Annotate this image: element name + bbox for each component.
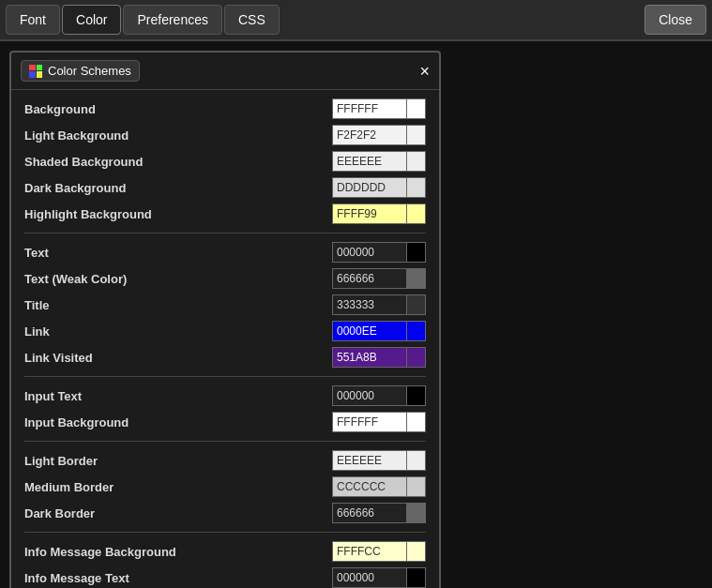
color-row-label: Background xyxy=(24,102,96,116)
color-input-wrapper xyxy=(332,177,426,198)
color-row-label: Dark Background xyxy=(24,181,126,195)
color-row-label: Text xyxy=(24,246,49,260)
font-tab-button[interactable]: Font xyxy=(6,5,60,35)
color-swatch[interactable] xyxy=(407,294,426,315)
color-swatch[interactable] xyxy=(407,541,426,562)
color-swatch[interactable] xyxy=(407,385,426,406)
color-input[interactable] xyxy=(332,151,407,172)
color-input-wrapper xyxy=(332,476,426,497)
color-swatch[interactable] xyxy=(407,503,426,523)
color-input-wrapper xyxy=(332,151,426,172)
color-row-label: Input Background xyxy=(24,415,129,430)
color-row: Link xyxy=(24,318,426,344)
color-rows-container: BackgroundLight BackgroundShaded Backgro… xyxy=(11,90,439,588)
color-row-label: Shaded Background xyxy=(24,155,143,169)
color-input-wrapper xyxy=(332,321,426,341)
dialog-close-button[interactable]: × xyxy=(419,63,430,80)
color-swatch[interactable] xyxy=(407,125,426,145)
dialog-header: Color Schemes × xyxy=(11,53,439,90)
color-input[interactable] xyxy=(332,98,407,119)
color-row: Title xyxy=(24,292,426,318)
color-swatch[interactable] xyxy=(407,268,426,289)
color-row-label: Highlight Background xyxy=(24,207,152,221)
grid-cell-2 xyxy=(37,65,43,71)
color-input[interactable] xyxy=(332,177,407,198)
color-input[interactable] xyxy=(332,204,407,224)
color-input-wrapper xyxy=(332,412,426,432)
color-swatch[interactable] xyxy=(407,204,426,224)
close-button[interactable]: Close xyxy=(644,5,706,35)
color-row: Shaded Background xyxy=(24,148,426,174)
color-input[interactable] xyxy=(332,347,407,368)
main-content: Color Schemes × BackgroundLight Backgrou… xyxy=(0,41,712,588)
color-row: Input Background xyxy=(24,409,426,435)
color-input-wrapper xyxy=(332,294,426,315)
color-input[interactable] xyxy=(332,541,407,562)
color-swatch[interactable] xyxy=(407,98,426,119)
color-row: Dark Background xyxy=(24,174,426,201)
color-row-label: Light Border xyxy=(24,454,98,468)
color-input[interactable] xyxy=(332,125,407,145)
color-input[interactable] xyxy=(332,268,407,289)
color-input-wrapper xyxy=(332,347,426,368)
color-input[interactable] xyxy=(332,476,407,497)
color-input-wrapper xyxy=(332,385,426,406)
grid-cell-3 xyxy=(29,71,36,78)
color-input-wrapper xyxy=(332,503,426,523)
color-input[interactable] xyxy=(332,294,407,315)
color-row: Medium Border xyxy=(24,474,426,500)
color-row-label: Link xyxy=(24,324,50,339)
color-input[interactable] xyxy=(332,321,407,341)
color-input[interactable] xyxy=(332,242,407,263)
color-row-label: Light Background xyxy=(24,128,129,143)
color-input-wrapper xyxy=(332,98,426,119)
color-schemes-dialog: Color Schemes × BackgroundLight Backgrou… xyxy=(9,51,441,588)
color-row: Highlight Background xyxy=(24,201,426,227)
color-grid-icon xyxy=(29,65,42,78)
color-input-wrapper xyxy=(332,450,426,471)
section-divider xyxy=(24,441,426,442)
color-swatch[interactable] xyxy=(407,177,426,198)
color-swatch[interactable] xyxy=(407,476,426,497)
color-row-label: Dark Border xyxy=(24,506,95,520)
dialog-title: Color Schemes xyxy=(48,64,131,78)
color-row: Info Message Text xyxy=(24,565,426,588)
color-swatch[interactable] xyxy=(407,347,426,368)
color-row-label: Title xyxy=(24,298,50,312)
dialog-title-badge: Color Schemes xyxy=(21,60,140,82)
css-tab-button[interactable]: CSS xyxy=(224,5,280,35)
color-input[interactable] xyxy=(332,385,407,406)
color-input[interactable] xyxy=(332,503,407,523)
color-input-wrapper xyxy=(332,204,426,224)
color-row: Light Background xyxy=(24,122,426,148)
color-tab-button[interactable]: Color xyxy=(62,5,121,35)
preferences-tab-button[interactable]: Preferences xyxy=(123,5,221,35)
color-swatch[interactable] xyxy=(407,450,426,471)
color-swatch[interactable] xyxy=(407,567,426,588)
color-input[interactable] xyxy=(332,450,407,471)
color-row: Light Border xyxy=(24,447,426,474)
color-swatch[interactable] xyxy=(407,412,426,432)
color-swatch[interactable] xyxy=(407,151,426,172)
color-row: Background xyxy=(24,96,426,122)
color-input-wrapper xyxy=(332,125,426,145)
color-row: Info Message Background xyxy=(24,538,426,565)
color-row: Text xyxy=(24,239,426,265)
color-row-label: Info Message Text xyxy=(24,571,129,585)
color-input-wrapper xyxy=(332,242,426,263)
color-input-wrapper xyxy=(332,268,426,289)
color-swatch[interactable] xyxy=(407,321,426,341)
color-input-wrapper xyxy=(332,567,426,588)
color-input[interactable] xyxy=(332,567,407,588)
color-input[interactable] xyxy=(332,412,407,432)
grid-cell-4 xyxy=(37,71,43,78)
color-input-wrapper xyxy=(332,541,426,562)
color-swatch[interactable] xyxy=(407,242,426,263)
color-row: Input Text xyxy=(24,383,426,409)
grid-cell-1 xyxy=(29,65,36,71)
color-row-label: Medium Border xyxy=(24,480,114,494)
color-row: Dark Border xyxy=(24,500,426,526)
toolbar: Font Color Preferences CSS Close xyxy=(0,0,712,41)
section-divider xyxy=(24,532,426,533)
color-row: Link Visited xyxy=(24,344,426,370)
